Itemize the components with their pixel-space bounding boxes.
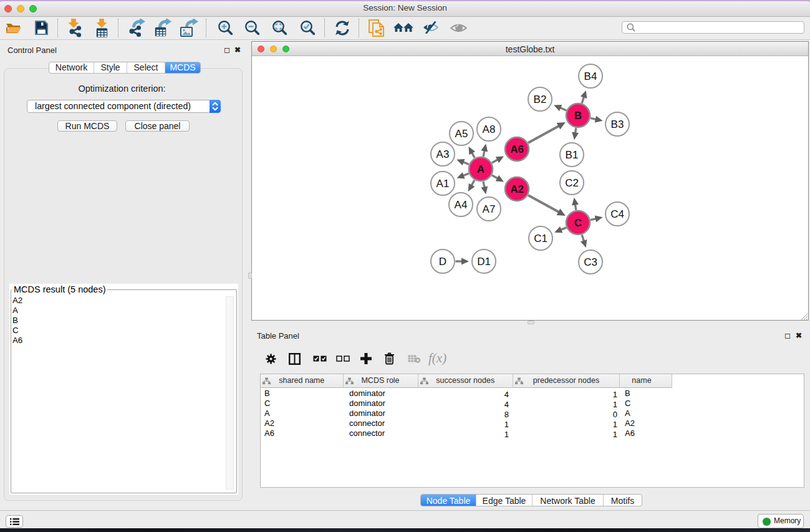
svg-text:A: A <box>477 163 485 175</box>
svg-text:B: B <box>574 110 582 122</box>
svg-text:A4: A4 <box>455 199 468 211</box>
svg-text:A8: A8 <box>483 123 496 135</box>
svg-text:D: D <box>439 256 446 268</box>
svg-text:B3: B3 <box>611 118 624 130</box>
svg-text:C2: C2 <box>565 177 579 189</box>
svg-text:A7: A7 <box>483 203 496 215</box>
svg-text:A6: A6 <box>510 143 524 155</box>
svg-text:C4: C4 <box>610 208 624 220</box>
svg-text:C3: C3 <box>584 256 597 268</box>
svg-text:A1: A1 <box>436 178 450 190</box>
svg-text:B4: B4 <box>584 70 597 82</box>
svg-text:C: C <box>574 217 582 229</box>
svg-text:A3: A3 <box>436 148 450 160</box>
svg-text:D1: D1 <box>477 256 491 268</box>
svg-text:B1: B1 <box>566 149 579 161</box>
svg-text:A2: A2 <box>510 183 524 195</box>
svg-text:A5: A5 <box>455 128 468 140</box>
svg-text:C1: C1 <box>534 233 547 244</box>
svg-text:B2: B2 <box>534 94 547 105</box>
